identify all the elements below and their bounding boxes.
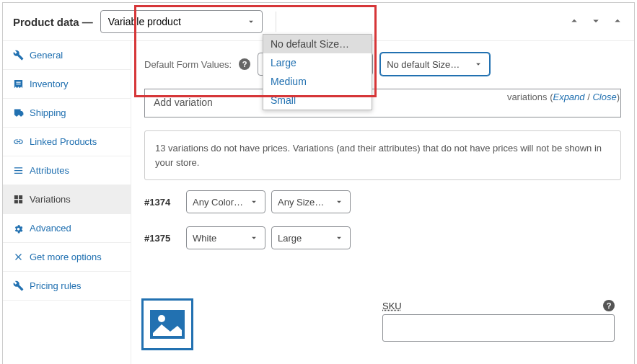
sidebar-item-shipping[interactable]: Shipping bbox=[3, 99, 131, 128]
sku-input[interactable] bbox=[382, 314, 615, 342]
sidebar-item-inventory[interactable]: Inventory bbox=[3, 70, 131, 99]
sidebar-item-general[interactable]: General bbox=[3, 41, 131, 70]
sidebar-item-label: Variations bbox=[30, 194, 71, 205]
sidebar-item-label: Linked Products bbox=[30, 136, 97, 147]
sidebar-item-variations[interactable]: Variations bbox=[3, 185, 131, 214]
variation-count-note: variations (Expand / Close) bbox=[507, 92, 620, 102]
panel-title: Product data — bbox=[13, 16, 93, 28]
variation-color-select[interactable]: White bbox=[186, 226, 265, 249]
divider bbox=[276, 12, 276, 32]
variation-image[interactable] bbox=[141, 298, 193, 350]
default-values-label: Default Form Values: bbox=[144, 59, 232, 70]
variation-row[interactable]: #1375 White Large bbox=[144, 226, 621, 249]
select-value: Large bbox=[278, 233, 302, 244]
sidebar-item-attributes[interactable]: Attributes bbox=[3, 156, 131, 185]
sidebar-item-label: Advanced bbox=[30, 223, 71, 234]
sidebar-item-advanced[interactable]: Advanced bbox=[3, 214, 131, 243]
variation-size-select[interactable]: Any Size… bbox=[271, 190, 351, 213]
svg-point-1 bbox=[158, 315, 165, 322]
sidebar-item-linked[interactable]: Linked Products bbox=[3, 128, 131, 156]
count-text: variations bbox=[507, 92, 548, 102]
sidebar: General Inventory Shipping Linked Produc… bbox=[3, 41, 131, 364]
dropdown-option[interactable]: Large bbox=[263, 53, 372, 72]
help-icon[interactable]: ? bbox=[603, 300, 615, 311]
select-value: No default Size… bbox=[387, 59, 460, 70]
sidebar-item-label: Get more options bbox=[30, 252, 102, 262]
sidebar-item-label: General bbox=[30, 50, 63, 61]
variation-row[interactable]: #1374 Any Color… Any Size… bbox=[144, 190, 621, 213]
variation-size-select[interactable]: Large bbox=[271, 226, 351, 249]
dropdown-option[interactable]: Medium bbox=[263, 72, 372, 91]
price-warning: 13 variations do not have prices. Variat… bbox=[144, 130, 621, 180]
select-value: White bbox=[193, 233, 216, 244]
dropdown-option[interactable]: Small bbox=[263, 91, 372, 110]
sidebar-item-pricing[interactable]: Pricing rules bbox=[3, 272, 131, 301]
sidebar-item-label: Attributes bbox=[30, 165, 69, 176]
select-value: Any Size… bbox=[278, 197, 324, 208]
collapse-icon[interactable] bbox=[611, 14, 624, 30]
size-dropdown-menu: No default Size… Large Medium Small bbox=[263, 34, 372, 110]
sku-label: SKU bbox=[382, 301, 402, 311]
variation-id: #1374 bbox=[144, 197, 180, 208]
dropdown-option[interactable]: No default Size… bbox=[263, 35, 372, 53]
chevron-down-icon[interactable] bbox=[589, 14, 602, 30]
product-type-select[interactable]: Variable product bbox=[100, 10, 263, 33]
expand-link[interactable]: Expand bbox=[553, 92, 584, 102]
variation-id: #1375 bbox=[144, 233, 180, 244]
chevron-up-icon[interactable] bbox=[568, 14, 581, 30]
variation-color-select[interactable]: Any Color… bbox=[186, 190, 265, 213]
sidebar-item-label: Shipping bbox=[30, 107, 66, 118]
default-size-select[interactable]: No default Size… bbox=[380, 53, 490, 76]
sidebar-item-label: Inventory bbox=[30, 79, 68, 89]
sidebar-item-more[interactable]: Get more options bbox=[3, 243, 131, 272]
help-icon[interactable]: ? bbox=[239, 58, 250, 70]
sku-section: SKU ? bbox=[382, 300, 615, 342]
sidebar-item-label: Pricing rules bbox=[30, 280, 82, 291]
close-link[interactable]: Close bbox=[592, 92, 616, 102]
select-value: Any Color… bbox=[193, 197, 243, 208]
